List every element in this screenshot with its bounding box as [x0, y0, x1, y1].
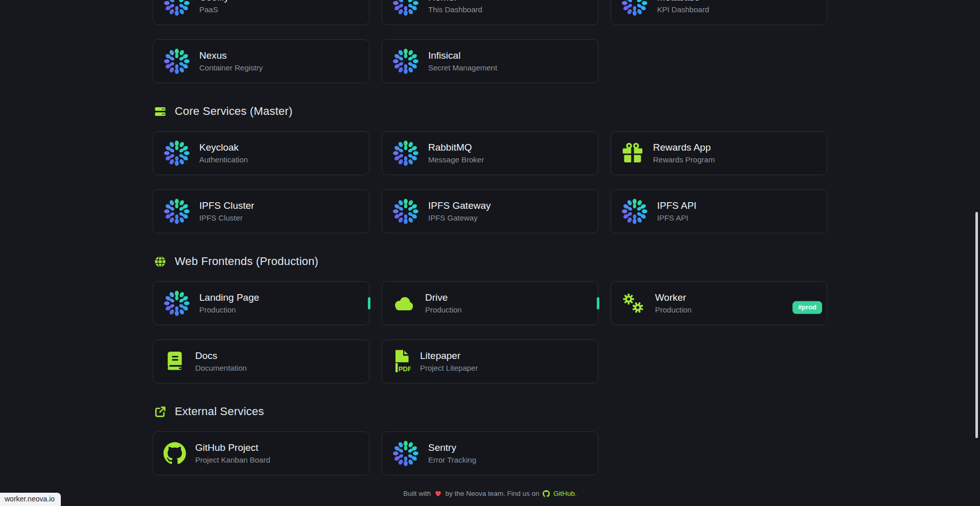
service-card-ipfs-cluster[interactable]: IPFS Cluster IPFS Cluster: [153, 189, 369, 233]
gears-icon: [621, 291, 646, 316]
section-title: Web Frontends (Production): [175, 255, 318, 268]
service-subtitle: PaaS: [199, 5, 229, 14]
footer-text-suffix: .: [575, 490, 577, 497]
service-subtitle: Production: [199, 305, 259, 314]
service-subtitle: Project Litepaper: [420, 364, 478, 372]
neova-logo-icon: [621, 0, 648, 16]
service-card-litepaper[interactable]: Litepaper Project Litepaper: [382, 340, 598, 383]
service-card-github-project[interactable]: GitHub Project Project Kanban Board: [153, 431, 369, 475]
service-subtitle: KPI Dashboard: [657, 5, 709, 14]
neova-logo-icon: [164, 198, 190, 225]
service-grid-web: Landing Page Production Drive Production…: [153, 281, 827, 383]
service-title: Landing Page: [199, 292, 259, 303]
service-grid-top: Coolify PaaS Homer This Dashboard Metaba…: [153, 0, 827, 83]
browser-status-link: worker.neova.io: [0, 493, 61, 506]
service-grid-core: Keycloak Authentication RabbitMQ Message…: [153, 131, 827, 233]
service-card-homer[interactable]: Homer This Dashboard: [382, 0, 598, 25]
footer-github-link[interactable]: GitHub: [553, 490, 575, 497]
service-card-keycloak[interactable]: Keycloak Authentication: [153, 131, 369, 175]
section-header-web-frontends: Web Frontends (Production): [154, 255, 827, 268]
service-title: IPFS Gateway: [428, 200, 491, 211]
gift-icon: [621, 142, 644, 164]
github-icon: [543, 490, 550, 497]
service-title: Litepaper: [420, 350, 478, 362]
footer-text-prefix: Built with: [403, 490, 431, 497]
section-header-core-services: Core Services (Master): [154, 105, 827, 118]
dashboard-content: Coolify PaaS Homer This Dashboard Metaba…: [153, 0, 827, 497]
service-card-docs[interactable]: Docs Documentation: [153, 340, 369, 383]
neova-logo-icon: [164, 290, 190, 317]
heart-icon: [434, 490, 442, 497]
online-status-indicator: [597, 297, 599, 309]
service-card-rewards-app[interactable]: Rewards App Rewards Program: [611, 131, 827, 175]
service-title: Homer: [428, 0, 482, 3]
neova-logo-icon: [392, 0, 419, 16]
service-card-landing-page[interactable]: Landing Page Production: [153, 281, 369, 325]
service-subtitle: Error Tracking: [428, 455, 476, 464]
external-link-icon: [154, 405, 167, 418]
scrollbar-thumb[interactable]: [975, 212, 978, 438]
neova-logo-icon: [392, 140, 419, 166]
github-icon: [164, 442, 186, 465]
section-title: Core Services (Master): [175, 105, 293, 118]
neova-logo-icon: [164, 0, 190, 16]
footer: Built with by the Neova team. Find us on…: [153, 490, 827, 497]
service-card-coolify[interactable]: Coolify PaaS: [153, 0, 369, 25]
service-card-sentry[interactable]: Sentry Error Tracking: [382, 431, 598, 475]
online-status-indicator: [368, 297, 370, 309]
service-title: Coolify: [199, 0, 229, 3]
service-subtitle: Project Kanban Board: [195, 455, 270, 464]
service-title: Keycloak: [199, 142, 248, 153]
neova-logo-icon: [392, 48, 419, 75]
service-title: Nexus: [199, 50, 263, 61]
service-card-ipfs-gateway[interactable]: IPFS Gateway IPFS Gateway: [382, 189, 598, 233]
service-title: Metabase: [657, 0, 709, 3]
service-subtitle: Container Registry: [199, 63, 263, 72]
service-title: Worker: [655, 292, 692, 303]
cloud-icon: [392, 294, 416, 312]
service-subtitle: Production: [425, 305, 462, 314]
neova-logo-icon: [164, 140, 190, 166]
section-title: External Services: [175, 405, 264, 418]
service-card-metabase[interactable]: Metabase KPI Dashboard: [611, 0, 827, 25]
service-card-drive[interactable]: Drive Production: [382, 281, 598, 325]
service-title: IPFS API: [657, 200, 696, 211]
neova-logo-icon: [621, 198, 648, 225]
service-title: Sentry: [428, 442, 476, 453]
service-title: Infisical: [428, 50, 497, 61]
neova-logo-icon: [392, 440, 419, 467]
service-subtitle: This Dashboard: [428, 5, 482, 14]
service-subtitle: Production: [655, 305, 692, 314]
service-card-ipfs-api[interactable]: IPFS API IPFS API: [611, 189, 827, 233]
service-subtitle: Documentation: [195, 364, 247, 372]
service-subtitle: IPFS Gateway: [428, 213, 491, 222]
prod-badge: #prod: [792, 301, 822, 314]
service-subtitle: IPFS API: [657, 213, 696, 222]
book-icon: [164, 350, 186, 373]
globe-icon: [154, 255, 167, 268]
service-title: IPFS Cluster: [199, 200, 254, 211]
service-title: GitHub Project: [195, 442, 270, 453]
service-subtitle: IPFS Cluster: [199, 213, 254, 222]
file-pdf-icon: [392, 349, 411, 374]
footer-text-middle: by the Neova team. Find us on: [446, 490, 540, 497]
service-subtitle: Message Broker: [428, 155, 484, 164]
service-grid-external: GitHub Project Project Kanban Board Sent…: [153, 431, 827, 475]
service-title: Drive: [425, 292, 462, 303]
service-card-rabbitmq[interactable]: RabbitMQ Message Broker: [382, 131, 598, 175]
service-card-infisical[interactable]: Infisical Secret Management: [382, 39, 598, 83]
service-title: Rewards App: [653, 142, 715, 153]
service-title: RabbitMQ: [428, 142, 484, 153]
service-title: Docs: [195, 350, 247, 362]
server-icon: [154, 105, 167, 118]
neova-logo-icon: [164, 48, 190, 75]
service-subtitle: Rewards Program: [653, 155, 715, 164]
section-header-external-services: External Services: [154, 405, 827, 418]
neova-logo-icon: [392, 198, 419, 225]
service-card-worker[interactable]: Worker Production #prod: [611, 281, 827, 325]
service-card-nexus[interactable]: Nexus Container Registry: [153, 39, 369, 83]
service-subtitle: Authentication: [199, 155, 248, 164]
service-subtitle: Secret Management: [428, 63, 497, 72]
